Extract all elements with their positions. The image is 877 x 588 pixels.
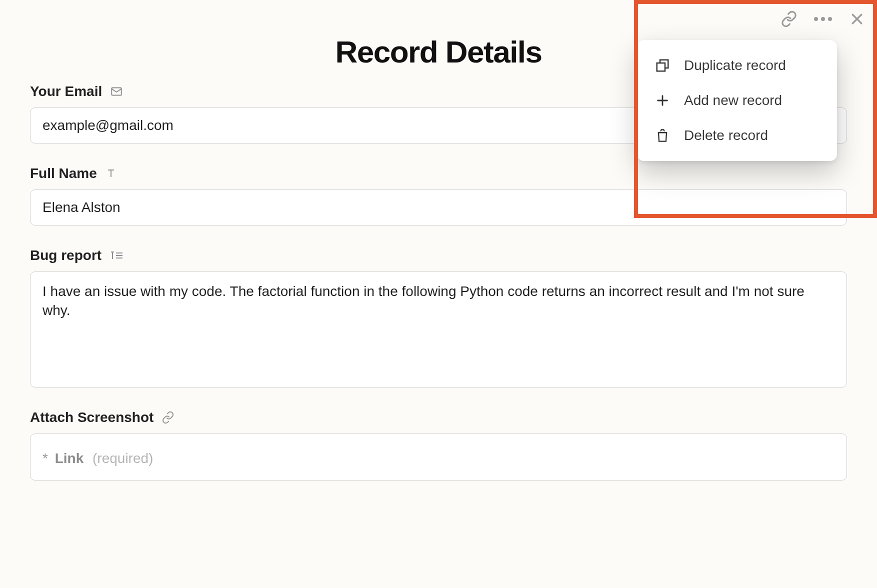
menu-delete-record[interactable]: Delete record xyxy=(637,118,837,153)
link-icon[interactable] xyxy=(779,9,799,29)
email-value: example@gmail.com xyxy=(42,116,174,135)
label-email: Your Email xyxy=(30,84,102,100)
menu-add-label: Add new record xyxy=(684,92,782,108)
bugreport-value: I have an issue with my code. The factor… xyxy=(42,284,804,318)
label-attach: Attach Screenshot xyxy=(30,410,154,426)
fullname-value: Elena Alston xyxy=(42,198,120,217)
longtext-icon xyxy=(110,250,124,262)
field-attach: Attach Screenshot * Link (required) xyxy=(30,410,847,480)
attach-input[interactable]: * Link (required) xyxy=(30,434,847,480)
attach-placeholder: * Link (required) xyxy=(42,449,834,468)
fullname-input[interactable]: Elena Alston xyxy=(30,190,847,226)
field-fullname: Full Name Elena Alston xyxy=(30,166,847,226)
label-bugreport: Bug report xyxy=(30,248,102,264)
attachment-icon xyxy=(162,411,174,424)
trash-icon xyxy=(654,127,671,144)
menu-duplicate-record[interactable]: Duplicate record xyxy=(637,48,837,83)
close-icon[interactable] xyxy=(847,9,867,29)
text-icon xyxy=(105,168,117,180)
svg-point-2 xyxy=(828,17,832,21)
field-bugreport: Bug report I have an issue with my code.… xyxy=(30,248,847,388)
label-fullname: Full Name xyxy=(30,166,97,182)
record-actions-menu: Duplicate record Add new record Delete r… xyxy=(637,40,837,161)
svg-rect-10 xyxy=(657,63,665,71)
plus-icon xyxy=(654,92,671,109)
duplicate-icon xyxy=(654,57,671,74)
menu-add-record[interactable]: Add new record xyxy=(637,83,837,118)
menu-delete-label: Delete record xyxy=(684,128,768,144)
menu-duplicate-label: Duplicate record xyxy=(684,58,786,74)
bugreport-input[interactable]: I have an issue with my code. The factor… xyxy=(30,272,847,388)
svg-point-0 xyxy=(814,17,818,21)
more-icon[interactable] xyxy=(813,9,833,29)
email-icon xyxy=(110,85,123,98)
svg-point-1 xyxy=(821,17,825,21)
